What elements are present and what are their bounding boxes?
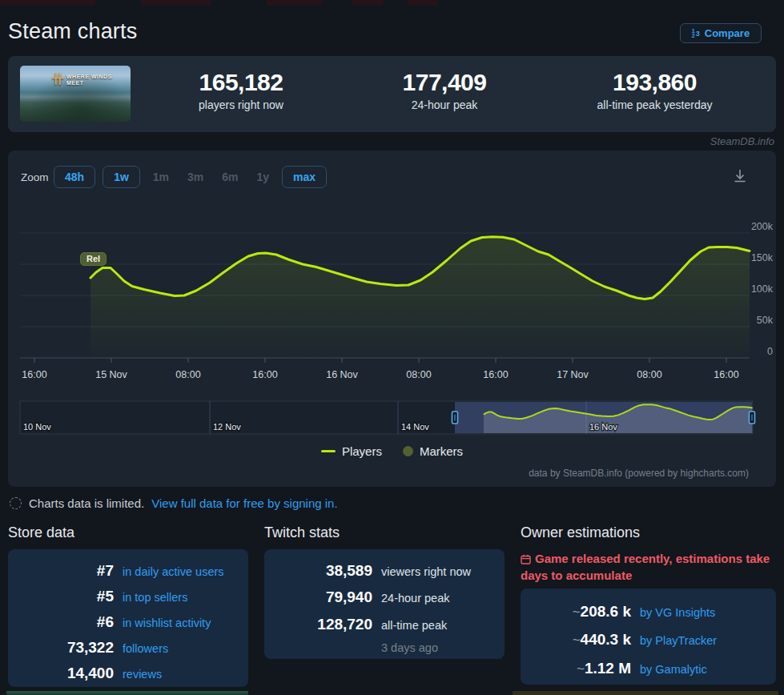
game-title: WHERE WINDS MEET — [66, 74, 115, 86]
svg-text:14 Nov: 14 Nov — [401, 422, 429, 432]
svg-text:50k: 50k — [757, 315, 774, 326]
store-data-card: #7in daily active users #5in top sellers… — [8, 549, 248, 687]
svg-text:16 Nov: 16 Nov — [326, 369, 358, 380]
store-data-title: Store data — [8, 524, 74, 541]
svg-text:0: 0 — [767, 346, 773, 357]
peak-24h-value: 177,409 — [348, 69, 541, 96]
playtracker-link[interactable]: by PlayTracker — [640, 634, 776, 647]
owner-estimations-title: Owner estimations — [521, 524, 640, 541]
svg-text:17 Nov: 17 Nov — [557, 369, 589, 380]
daily-active-users-link[interactable]: in daily active users — [123, 565, 248, 578]
owners-warning-text: Game released recently, estimations take… — [521, 552, 770, 582]
svg-text:08:00: 08:00 — [406, 369, 431, 380]
owner-estimations-card: ~208.6 kby VG Insights ~440.3 kby PlayTr… — [521, 589, 776, 685]
stat-24h-peak: 177,409 24-hour peak — [348, 69, 541, 111]
twitch-stats-title: Twitch stats — [264, 524, 340, 541]
chart-legend: Players Markers — [8, 444, 776, 458]
vg-insights-link[interactable]: by VG Insights — [640, 606, 776, 619]
svg-text:16 Nov: 16 Nov — [589, 422, 617, 432]
stat-alltime-peak: 193,860 all-time peak yesterday — [561, 69, 749, 111]
gamalytic-link[interactable]: by Gamalytic — [640, 663, 776, 676]
alltime-peak-label: all-time peak yesterday — [561, 98, 749, 111]
svg-text:16:00: 16:00 — [22, 369, 46, 380]
svg-text:08:00: 08:00 — [637, 369, 661, 380]
players-line-swatch — [321, 450, 336, 452]
wishlist-activity-link[interactable]: in wishlist activity — [123, 617, 248, 629]
signin-link[interactable]: View full data for free by signing in. — [151, 496, 337, 510]
svg-text:08:00: 08:00 — [175, 369, 200, 380]
chart-panel: Zoom 48h 1w 1m 3m 6m 1y max 050k100k150k… — [8, 151, 776, 487]
limited-data-icon — [10, 497, 22, 509]
limited-data-text: Charts data is limited. — [29, 496, 144, 510]
owners-warning: Game released recently, estimations take… — [521, 551, 770, 583]
svg-text:100k: 100k — [751, 283, 774, 295]
compare-button[interactable]: 12 3 Compare — [680, 23, 762, 43]
legend-players[interactable]: Players — [321, 444, 382, 458]
svg-text:15 Nov: 15 Nov — [95, 369, 127, 380]
players-chart[interactable]: 050k100k150k200k16:0015 Nov08:0016:0016 … — [8, 151, 776, 487]
compare-label: Compare — [705, 27, 750, 39]
twitch-peak-age: 3 days ago — [381, 639, 505, 657]
game-logo-mark: 卄 — [52, 72, 63, 86]
release-marker[interactable]: Rel — [80, 252, 107, 266]
svg-text:200k: 200k — [751, 221, 774, 232]
twitch-stats-card: 38,589viewers right now 79,94024-hour pe… — [264, 549, 505, 659]
page-title: Steam charts — [8, 19, 137, 44]
player-stats-card: 卄 WHERE WINDS MEET 165,182 players right… — [8, 56, 776, 132]
stat-players-now: 165,182 players right now — [136, 69, 346, 111]
legend-markers-label: Markers — [420, 444, 463, 458]
compare-icon: 12 3 — [692, 29, 700, 38]
steamdb-watermark: SteamDB.info — [0, 135, 774, 147]
calendar-icon — [521, 552, 531, 568]
legend-players-label: Players — [342, 444, 382, 458]
game-capsule-image[interactable]: 卄 WHERE WINDS MEET — [20, 66, 131, 122]
followers-link[interactable]: followers — [123, 642, 248, 655]
reviews-link[interactable]: reviews — [123, 668, 248, 681]
svg-text:16:00: 16:00 — [714, 369, 738, 380]
svg-text:16:00: 16:00 — [252, 369, 277, 380]
peak-24h-label: 24-hour peak — [348, 98, 541, 111]
limited-data-note: Charts data is limited. View full data f… — [10, 496, 338, 510]
top-sellers-link[interactable]: in top sellers — [123, 591, 248, 604]
markers-dot-swatch — [403, 446, 413, 456]
players-now-value: 165,182 — [136, 69, 346, 96]
players-now-label: players right now — [136, 98, 346, 111]
svg-text:150k: 150k — [751, 252, 774, 263]
svg-text:10 Nov: 10 Nov — [23, 422, 51, 432]
alltime-peak-value: 193,860 — [561, 69, 749, 96]
svg-text:12 Nov: 12 Nov — [213, 422, 241, 432]
svg-text:16:00: 16:00 — [483, 369, 508, 380]
chart-credits: data by SteamDB.info (powered by highcha… — [529, 468, 749, 479]
legend-markers[interactable]: Markers — [403, 444, 463, 458]
